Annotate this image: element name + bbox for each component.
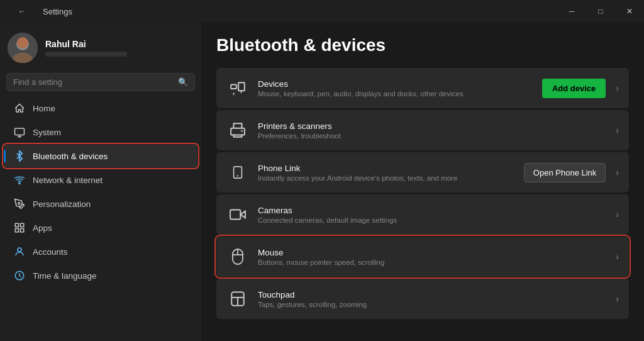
titlebar: ← Settings ─ □ ✕ [0, 0, 644, 23]
setting-row-touchpad[interactable]: Touchpad Taps, gestures, scrolling, zoom… [216, 279, 629, 319]
svg-rect-17 [238, 82, 245, 91]
devices-desc: Mouse, keyboard, pen, audio, displays an… [258, 90, 542, 98]
nav-personalization-label: Personalization [33, 199, 91, 209]
phonelink-text: Phone Link Instantly access your Android… [258, 164, 524, 182]
svg-rect-11 [21, 223, 24, 226]
devices-action[interactable]: Add device [542, 79, 606, 98]
svg-point-9 [18, 203, 20, 204]
touchpad-desc: Taps, gestures, scrolling, zooming [258, 301, 612, 308]
network-icon [14, 174, 25, 186]
phonelink-action[interactable]: Open Phone Link [524, 163, 606, 182]
nav-system[interactable]: System [4, 121, 197, 143]
search-input[interactable] [13, 77, 173, 87]
cameras-chevron: › [616, 210, 619, 220]
titlebar-left: ← Settings [8, 0, 72, 23]
printers-chevron: › [616, 125, 619, 135]
system-icon [14, 126, 25, 138]
devices-title: Devices [258, 79, 542, 89]
printers-icon [226, 119, 249, 142]
svg-rect-12 [15, 229, 18, 232]
active-indicator [4, 150, 6, 162]
user-profile[interactable]: Rahul Rai [0, 23, 201, 70]
nav-personalization[interactable]: Personalization [4, 193, 197, 215]
nav-bluetooth-label: Bluetooth & devices [33, 152, 108, 161]
svg-point-8 [19, 182, 20, 184]
app-body: Rahul Rai 🔍 Home System [0, 23, 644, 341]
setting-row-cameras[interactable]: Cameras Connected cameras, default image… [216, 194, 629, 235]
setting-row-phonelink[interactable]: Phone Link Instantly access your Android… [216, 152, 629, 193]
add-device-button[interactable]: Add device [542, 79, 606, 98]
nav-apps[interactable]: Apps [4, 216, 197, 239]
mouse-icon [226, 245, 249, 268]
minimize-button[interactable]: ─ [557, 0, 586, 23]
sidebar: Rahul Rai 🔍 Home System [0, 23, 201, 341]
touchpad-title: Touchpad [258, 290, 612, 299]
phonelink-chevron: › [616, 167, 619, 177]
svg-rect-10 [15, 223, 18, 226]
time-icon [14, 270, 25, 281]
devices-chevron: › [616, 83, 619, 93]
home-icon [14, 103, 25, 114]
nav-apps-label: Apps [33, 223, 52, 233]
mouse-chevron: › [616, 252, 619, 262]
touchpad-text: Touchpad Taps, gestures, scrolling, zoom… [258, 290, 612, 308]
setting-row-devices[interactable]: Devices Mouse, keyboard, pen, audio, dis… [216, 68, 629, 108]
user-email [45, 52, 127, 57]
apps-icon [14, 222, 25, 233]
phonelink-desc: Instantly access your Android device's p… [258, 174, 524, 182]
app-title: Settings [43, 7, 72, 16]
nav-accounts-label: Accounts [33, 247, 68, 257]
devices-text: Devices Mouse, keyboard, pen, audio, dis… [258, 79, 542, 98]
cameras-text: Cameras Connected cameras, default image… [258, 206, 612, 224]
main-content: Bluetooth & devices Devices Mouse, keybo… [201, 23, 644, 341]
svg-rect-16 [231, 85, 236, 89]
personalization-icon [14, 198, 25, 210]
nav-home[interactable]: Home [4, 97, 197, 120]
svg-rect-24 [230, 210, 240, 219]
touchpad-icon [226, 288, 249, 310]
nav-network[interactable]: Network & internet [4, 169, 197, 191]
cameras-title: Cameras [258, 206, 612, 215]
devices-icon [226, 77, 249, 99]
maximize-button[interactable]: □ [586, 0, 615, 23]
user-name: Rahul Rai [45, 39, 194, 49]
nav-system-label: System [33, 128, 61, 137]
cameras-desc: Connected cameras, default image setting… [258, 216, 612, 224]
page-title: Bluetooth & devices [216, 35, 629, 55]
back-button[interactable]: ← [8, 0, 36, 23]
nav-accounts[interactable]: Accounts [4, 240, 197, 263]
printers-title: Printers & scanners [258, 121, 612, 131]
cameras-icon [226, 203, 249, 226]
search-icon: 🔍 [178, 77, 188, 87]
printers-desc: Preferences, troubleshoot [258, 132, 612, 140]
nav-home-label: Home [33, 104, 55, 113]
svg-rect-20 [231, 128, 245, 135]
nav-time[interactable]: Time & language [4, 264, 197, 287]
printers-text: Printers & scanners Preferences, trouble… [258, 121, 612, 140]
phonelink-title: Phone Link [258, 164, 524, 173]
close-button[interactable]: ✕ [615, 0, 644, 23]
setting-row-mouse[interactable]: Mouse Buttons, mouse pointer speed, scro… [216, 237, 629, 277]
svg-rect-13 [21, 229, 24, 232]
open-phonelink-button[interactable]: Open Phone Link [524, 163, 606, 182]
touchpad-chevron: › [616, 294, 619, 304]
settings-list: Devices Mouse, keyboard, pen, audio, dis… [216, 68, 629, 319]
phonelink-icon [226, 161, 249, 184]
svg-point-14 [18, 248, 21, 252]
svg-point-3 [17, 37, 28, 48]
nav-time-label: Time & language [33, 271, 97, 281]
avatar [8, 33, 38, 63]
nav-bluetooth[interactable]: Bluetooth & devices [4, 145, 197, 167]
accounts-icon [14, 246, 25, 257]
nav-network-label: Network & internet [33, 176, 103, 185]
titlebar-controls: ─ □ ✕ [557, 0, 644, 23]
svg-rect-5 [15, 128, 25, 135]
mouse-title: Mouse [258, 248, 612, 257]
mouse-text: Mouse Buttons, mouse pointer speed, scro… [258, 248, 612, 266]
mouse-desc: Buttons, mouse pointer speed, scrolling [258, 259, 612, 266]
user-info: Rahul Rai [45, 39, 194, 57]
setting-row-printers[interactable]: Printers & scanners Preferences, trouble… [216, 110, 629, 150]
bluetooth-icon [14, 150, 25, 162]
search-bar[interactable]: 🔍 [6, 73, 195, 91]
